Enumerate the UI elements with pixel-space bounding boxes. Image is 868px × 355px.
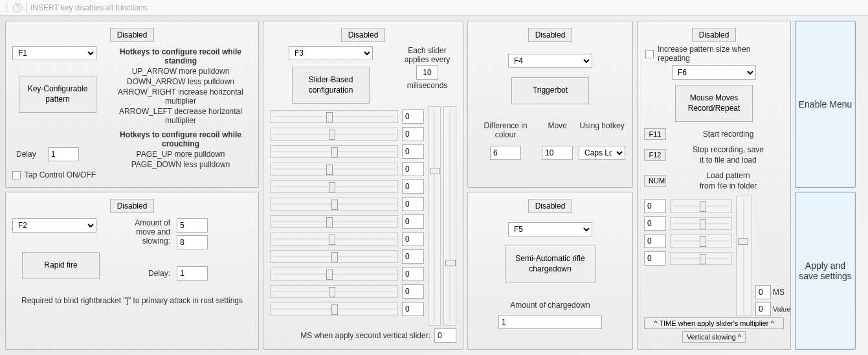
mult-val-3[interactable]: [644, 234, 666, 248]
config-slider-val-9[interactable]: [402, 267, 424, 281]
colour-diff-input[interactable]: [490, 146, 521, 160]
enable-menu-button[interactable]: Enable Menu: [795, 21, 856, 188]
delay-input[interactable]: [48, 147, 79, 161]
disable-toggle[interactable]: Disabled: [110, 199, 155, 213]
hotkey-f11[interactable]: F11: [644, 128, 666, 140]
hint-line: PAGE_UP more pulldown: [109, 150, 252, 159]
rapid-fire-button[interactable]: Rapid fire: [22, 252, 100, 279]
config-slider-1[interactable]: [270, 128, 398, 141]
move-input[interactable]: [542, 146, 573, 160]
panel-mouse-record: Disabled Increase pattern size when repe…: [637, 21, 791, 350]
config-slider-3[interactable]: [270, 163, 398, 176]
config-slider-6[interactable]: [270, 215, 398, 228]
panel-rapid-fire: Disabled F2 Rapid fire Amount of move an…: [5, 192, 259, 350]
ms-label: MS: [773, 288, 785, 297]
config-slider-val-10[interactable]: [402, 284, 424, 299]
toolbar-hint: INSERT key disables all functions.: [30, 3, 149, 12]
vertical-slider-2[interactable]: [443, 106, 456, 326]
amount-input-2[interactable]: [177, 235, 208, 249]
footer-label: MS when apply second vertical slider:: [300, 331, 430, 340]
mult-slider-3[interactable]: [670, 235, 732, 247]
disable-toggle[interactable]: Disabled: [692, 28, 737, 42]
separator: [26, 3, 27, 13]
hint-line: ARROW_RIGHT increase horizontal multipli…: [109, 87, 252, 106]
chargedown-button[interactable]: Semi-Automatic rifle chargedown: [505, 246, 595, 282]
config-slider-9[interactable]: [270, 268, 398, 281]
key-configurable-button[interactable]: Key-Configurable pattern: [19, 76, 96, 113]
mult-val-4[interactable]: [644, 251, 666, 266]
mult-val-2[interactable]: [644, 216, 666, 231]
mult-slider-2[interactable]: [670, 217, 732, 230]
tap-control-checkbox[interactable]: Tap Control ON/OFF: [12, 170, 96, 179]
checkbox-label: Tap Control ON/OFF: [25, 170, 96, 179]
disable-toggle[interactable]: Disabled: [528, 28, 573, 42]
hotkey-select-f5[interactable]: F5: [508, 222, 592, 236]
config-slider-2[interactable]: [270, 145, 398, 158]
ms-value[interactable]: [755, 285, 771, 299]
col-label: Move: [540, 121, 574, 139]
hint-line: UP_ARROW more pulldown: [109, 67, 252, 76]
config-slider-10[interactable]: [270, 285, 398, 298]
value-value[interactable]: [755, 302, 771, 316]
disable-toggle[interactable]: Disabled: [110, 28, 155, 42]
slider-config-button[interactable]: Slider-Based configuration: [292, 67, 370, 104]
panel-key-configurable: Disabled F1 Key-Configurable pattern Hot…: [5, 21, 259, 188]
config-slider-val-3[interactable]: [402, 162, 424, 176]
delay-input[interactable]: [177, 266, 208, 281]
help-icon[interactable]: ?: [13, 3, 22, 12]
config-slider-val-11[interactable]: [402, 302, 424, 316]
amount-input-1[interactable]: [177, 218, 208, 233]
mouse-record-button[interactable]: Mouse Moves Record/Repeat: [675, 85, 753, 122]
rapid-fire-note: Required to bind rightbracket "]" to pri…: [12, 296, 252, 305]
disable-toggle[interactable]: Disabled: [528, 199, 573, 213]
panel-chargedown: Disabled F5 Semi-Automatic rifle charged…: [467, 192, 633, 350]
chargedown-input[interactable]: [498, 315, 602, 329]
mult-slider-4[interactable]: [670, 252, 732, 265]
hint-line: DOWN_ARROW less pulldown: [109, 77, 252, 86]
config-slider-5[interactable]: [270, 198, 398, 211]
time-multiplier-button[interactable]: ^ TIME when apply slider's multiplier ^: [644, 317, 784, 329]
mult-val-1[interactable]: [644, 199, 666, 213]
hotkey-select-f1[interactable]: F1: [12, 46, 96, 60]
vertical-slowing-button[interactable]: Vertical slowing ^: [682, 331, 746, 343]
checkbox-icon: [12, 171, 21, 179]
config-slider-8[interactable]: [270, 250, 398, 263]
increase-pattern-checkbox[interactable]: Increase pattern size when repeating: [645, 45, 784, 63]
ms-input[interactable]: [416, 65, 438, 80]
note-line: miliseconds: [398, 81, 456, 90]
record-vslider[interactable]: [736, 196, 751, 316]
hint-line: ARROW_LEFT decrease horizontal multiplie…: [109, 107, 252, 125]
config-slider-0[interactable]: [270, 110, 398, 123]
config-slider-val-1[interactable]: [402, 127, 424, 141]
vertical-slider-1[interactable]: [428, 106, 441, 326]
col-label: Difference in colour: [474, 121, 537, 139]
config-slider-val-5[interactable]: [402, 197, 424, 211]
config-slider-val-7[interactable]: [402, 232, 424, 246]
mult-slider-1[interactable]: [670, 200, 732, 212]
config-slider-val-0[interactable]: [402, 109, 424, 124]
triggerbot-button[interactable]: Triggerbot: [511, 77, 589, 104]
hotkey-select-f6[interactable]: F6: [672, 65, 756, 80]
hotkey-select-f3[interactable]: F3: [289, 46, 373, 60]
hotkey-desc: Load pattern: [673, 171, 784, 180]
hotkey-desc: from file in folder: [673, 181, 784, 190]
apply-save-button[interactable]: Apply and save settings: [795, 192, 856, 350]
config-slider-11[interactable]: [270, 303, 398, 315]
config-slider-7[interactable]: [270, 233, 398, 246]
hotkey-using-select[interactable]: Caps Lock: [579, 146, 625, 160]
footer-input[interactable]: [434, 328, 456, 343]
config-slider-val-4[interactable]: [402, 179, 424, 194]
config-slider-val-2[interactable]: [402, 144, 424, 159]
hotkey-f12[interactable]: F12: [644, 149, 666, 161]
hotkey-num[interactable]: NUM: [644, 175, 666, 187]
chargedown-label: Amount of chargedown: [474, 301, 626, 310]
disable-toggle[interactable]: Disabled: [341, 28, 386, 42]
panel-slider-config: Disabled F3 Slider-Based configuration E…: [263, 21, 463, 350]
config-slider-4[interactable]: [270, 180, 398, 193]
hotkey-select-f4[interactable]: F4: [508, 54, 592, 68]
workspace: Disabled F1 Key-Configurable pattern Hot…: [0, 16, 868, 355]
config-slider-val-8[interactable]: [402, 249, 424, 264]
hotkey-select-f2[interactable]: F2: [12, 218, 96, 233]
config-slider-val-6[interactable]: [402, 214, 424, 229]
button-label: Enable Menu: [799, 99, 852, 109]
